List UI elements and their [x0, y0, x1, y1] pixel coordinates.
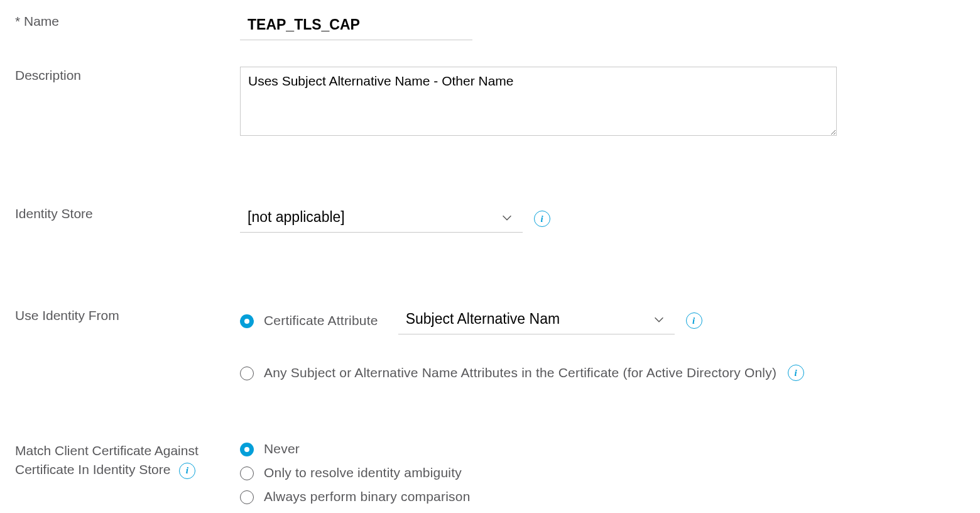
- certificate-auth-profile-form: * Name Description Uses Subject Alternat…: [0, 0, 980, 504]
- radio-ambiguity[interactable]: [240, 466, 254, 480]
- use-identity-from-label: Use Identity From: [15, 307, 240, 324]
- name-label: * Name: [15, 13, 240, 30]
- radio-row-any-subject: Any Subject or Alternative Name Attribut…: [240, 365, 965, 381]
- use-identity-from-value-col: Certificate Attribute Subject Alternativ…: [240, 307, 965, 381]
- description-label: Description: [15, 67, 240, 84]
- info-icon[interactable]: [179, 463, 195, 479]
- identity-store-value-col: [not applicable]: [240, 205, 965, 233]
- match-client-cert-value-col: Never Only to resolve identity ambiguity…: [240, 441, 965, 504]
- radio-certificate-attribute[interactable]: [240, 314, 254, 328]
- identity-store-value: [not applicable]: [248, 209, 495, 226]
- radio-any-subject[interactable]: [240, 367, 254, 380]
- row-identity-store: Identity Store [not applicable]: [15, 205, 965, 233]
- certificate-attribute-value: Subject Alternative Nam: [406, 311, 647, 328]
- radio-label-never: Never: [264, 441, 300, 456]
- row-description: Description Uses Subject Alternative Nam…: [15, 67, 965, 136]
- match-client-cert-label: Match Client Certificate Against Certifi…: [15, 441, 240, 480]
- name-value-col: [240, 13, 965, 40]
- radio-label-certificate-attribute: Certificate Attribute: [264, 313, 378, 328]
- name-input[interactable]: [240, 13, 472, 40]
- radio-label-ambiguity: Only to resolve identity ambiguity: [264, 465, 462, 480]
- chevron-down-icon: [652, 312, 666, 326]
- radio-row-never: Never: [240, 441, 965, 456]
- radio-row-binary: Always perform binary comparison: [240, 489, 965, 504]
- identity-store-select[interactable]: [not applicable]: [240, 205, 523, 233]
- radio-label-any-subject: Any Subject or Alternative Name Attribut…: [264, 365, 776, 380]
- info-icon[interactable]: [686, 312, 702, 329]
- row-name: * Name: [15, 0, 965, 40]
- radio-row-certificate-attribute: Certificate Attribute Subject Alternativ…: [240, 307, 965, 334]
- match-client-cert-label-text: Match Client Certificate Against Certifi…: [15, 443, 199, 477]
- radio-label-binary: Always perform binary comparison: [264, 489, 471, 504]
- description-value-col: Uses Subject Alternative Name - Other Na…: [240, 67, 965, 136]
- info-icon[interactable]: [788, 365, 804, 381]
- row-match-client-cert: Match Client Certificate Against Certifi…: [15, 441, 965, 504]
- radio-row-ambiguity: Only to resolve identity ambiguity: [240, 465, 965, 480]
- radio-binary[interactable]: [240, 490, 254, 504]
- identity-store-label: Identity Store: [15, 205, 240, 222]
- radio-never[interactable]: [240, 443, 254, 456]
- chevron-down-icon: [500, 211, 514, 224]
- certificate-attribute-select[interactable]: Subject Alternative Nam: [398, 307, 675, 334]
- info-icon[interactable]: [534, 211, 550, 227]
- description-textarea[interactable]: Uses Subject Alternative Name - Other Na…: [240, 67, 837, 136]
- row-use-identity-from: Use Identity From Certificate Attribute …: [15, 307, 965, 381]
